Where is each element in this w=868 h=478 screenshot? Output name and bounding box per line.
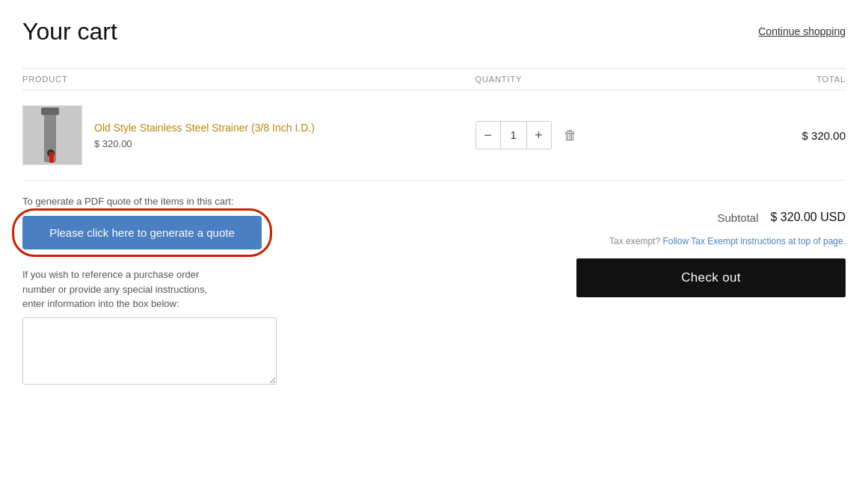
item-details: Old Style Stainless Steel Strainer (3/8 … [94, 122, 315, 149]
remove-item-button[interactable]: 🗑 [561, 125, 580, 146]
quote-button-wrapper: Please click here to generate a quote [22, 216, 262, 249]
subtotal-row: Subtotal $ 320.00 USD [717, 211, 846, 224]
continue-shopping-link[interactable]: Continue shopping [758, 18, 846, 37]
col-header-quantity: QUANTITY [475, 75, 681, 84]
item-line-total: $ 320.00 [681, 129, 846, 142]
item-product-col: Old Style Stainless Steel Strainer (3/8 … [22, 105, 475, 165]
trash-icon: 🗑 [564, 128, 577, 143]
lower-section: To generate a PDF quote of the items in … [22, 196, 846, 387]
item-image [22, 105, 82, 165]
checkout-button[interactable]: Check out [576, 258, 846, 297]
tax-exempt-text: Tax exempt? Follow Tax Exempt instructio… [609, 236, 846, 246]
instructions-text-part1: If you wish to reference a purchase orde… [22, 269, 207, 309]
increase-quantity-button[interactable]: + [527, 122, 551, 149]
col-header-product: PRODUCT [22, 75, 475, 84]
right-section: Subtotal $ 320.00 USD Tax exempt? Follow… [498, 196, 846, 387]
left-section: To generate a PDF quote of the items in … [22, 196, 475, 387]
generate-quote-label: To generate a PDF quote of the items in … [22, 196, 475, 207]
item-name[interactable]: Old Style Stainless Steel Strainer (3/8 … [94, 122, 315, 134]
tax-exempt-static: Tax exempt? [609, 236, 660, 246]
tax-exempt-link[interactable]: Follow Tax Exempt instructions at top of… [662, 236, 846, 246]
generate-quote-button[interactable]: Please click here to generate a quote [22, 216, 262, 249]
table-header: PRODUCT QUANTITY TOTAL [22, 68, 846, 90]
quantity-input[interactable] [500, 122, 527, 149]
page-title: Your cart [22, 18, 117, 46]
col-header-total: TOTAL [681, 75, 846, 84]
item-quantity-col: − + 🗑 [475, 121, 681, 149]
subtotal-value: $ 320.00 USD [770, 211, 846, 224]
minus-icon: − [484, 128, 492, 143]
plus-icon: + [535, 128, 543, 143]
subtotal-label: Subtotal [717, 211, 758, 224]
special-instructions-textarea[interactable] [22, 317, 277, 385]
special-instructions-label: If you wish to reference a purchase orde… [22, 267, 475, 311]
table-row: Old Style Stainless Steel Strainer (3/8 … [22, 90, 846, 181]
cart-header: Your cart Continue shopping [22, 18, 846, 46]
item-unit-price: $ 320.00 [94, 138, 315, 149]
quantity-stepper: − + [475, 121, 552, 149]
decrease-quantity-button[interactable]: − [476, 122, 500, 149]
